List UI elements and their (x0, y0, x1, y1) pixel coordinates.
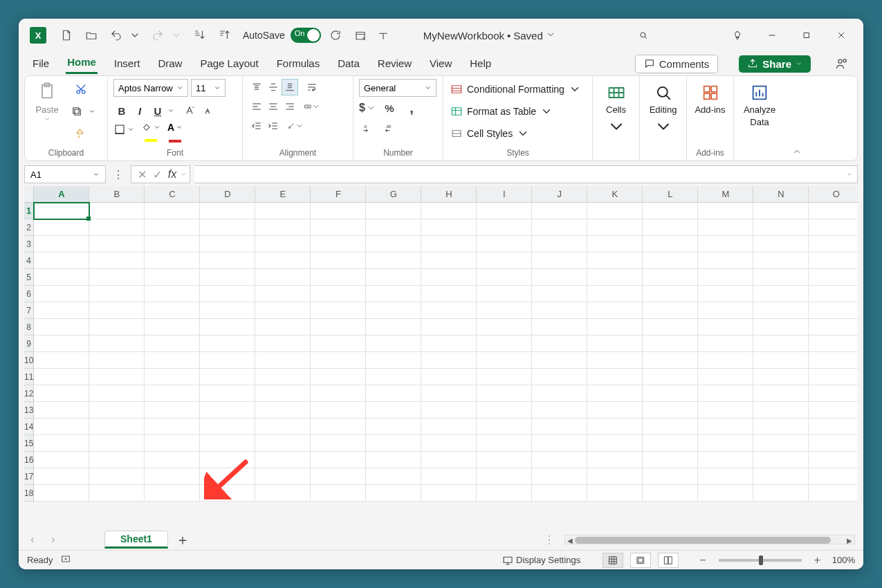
cell[interactable] (311, 286, 366, 302)
orientation-icon[interactable] (287, 118, 304, 134)
cell[interactable] (200, 468, 255, 485)
cell[interactable] (34, 419, 89, 435)
column-header[interactable]: O (809, 186, 858, 203)
column-header[interactable]: F (311, 186, 366, 203)
cell[interactable] (643, 402, 698, 419)
cell[interactable] (34, 369, 89, 385)
cell[interactable] (366, 319, 421, 336)
page-break-view-icon[interactable] (658, 553, 679, 568)
tab-formulas[interactable]: Formulas (275, 55, 322, 73)
cell[interactable] (532, 319, 587, 336)
cell[interactable] (477, 468, 532, 485)
cell[interactable] (145, 435, 200, 452)
cell[interactable] (366, 203, 421, 219)
cell[interactable] (587, 419, 643, 435)
font-color-button[interactable]: A (167, 122, 183, 137)
cell[interactable] (366, 236, 421, 252)
cell[interactable] (200, 402, 255, 419)
chevron-down-icon[interactable] (546, 30, 555, 42)
cell[interactable] (643, 452, 698, 468)
cell[interactable] (643, 485, 698, 502)
cell[interactable] (698, 468, 753, 485)
percent-format-icon[interactable]: % (381, 100, 398, 116)
zoom-in-icon[interactable]: + (814, 554, 820, 567)
share-people-icon[interactable] (833, 55, 851, 73)
cell[interactable] (89, 252, 145, 269)
cell[interactable] (255, 252, 311, 269)
sort-desc-icon[interactable] (214, 25, 235, 46)
cell[interactable] (421, 219, 477, 236)
column-header[interactable]: A (34, 186, 89, 203)
cell[interactable] (366, 219, 421, 236)
cell[interactable] (34, 269, 89, 286)
autosave-toggle[interactable]: AutoSave On (243, 28, 321, 43)
cell[interactable] (809, 352, 858, 369)
cell[interactable] (255, 286, 311, 302)
cell[interactable] (587, 385, 643, 402)
cell[interactable] (421, 319, 477, 336)
normal-view-icon[interactable] (603, 553, 623, 568)
cell[interactable] (753, 352, 809, 369)
cell[interactable] (809, 319, 858, 336)
row-header[interactable]: 3 (24, 236, 34, 252)
cell[interactable] (809, 219, 858, 236)
cell-styles-button[interactable]: Cell Styles (449, 123, 531, 144)
editing-button[interactable]: Editing (645, 79, 681, 136)
cell[interactable] (421, 468, 477, 485)
column-header[interactable]: C (145, 186, 200, 203)
cell[interactable] (255, 219, 311, 236)
cell[interactable] (311, 468, 366, 485)
cell[interactable] (89, 369, 145, 385)
cut-icon[interactable] (71, 79, 91, 100)
cell[interactable] (311, 269, 366, 286)
font-name-dropdown[interactable]: Aptos Narrow (113, 79, 188, 97)
open-file-icon[interactable] (81, 25, 102, 46)
cell[interactable] (311, 319, 366, 336)
cell[interactable] (532, 302, 587, 319)
cell[interactable] (145, 252, 200, 269)
align-right-icon[interactable] (282, 98, 298, 115)
cell[interactable] (34, 336, 89, 352)
cell[interactable] (477, 252, 532, 269)
cell[interactable] (753, 369, 809, 385)
cell[interactable] (643, 302, 698, 319)
cell[interactable] (809, 369, 858, 385)
chevron-down-icon[interactable] (180, 171, 187, 178)
cell[interactable] (34, 352, 89, 369)
cell[interactable] (477, 336, 532, 352)
cell[interactable] (421, 302, 477, 319)
cell[interactable] (532, 468, 587, 485)
cell[interactable] (753, 302, 809, 319)
comments-button[interactable]: Comments (635, 55, 719, 73)
cell[interactable] (809, 269, 858, 286)
column-header[interactable]: I (477, 186, 532, 203)
cell[interactable] (366, 435, 421, 452)
accept-formula-icon[interactable]: ✓ (149, 166, 165, 183)
cell[interactable] (366, 252, 421, 269)
name-box[interactable]: A1 (24, 165, 106, 183)
cell[interactable] (421, 419, 477, 435)
cell[interactable] (477, 385, 532, 402)
cell[interactable] (532, 203, 587, 219)
cell[interactable] (89, 352, 145, 369)
cell[interactable] (311, 452, 366, 468)
increase-indent-icon[interactable] (265, 118, 282, 134)
cell[interactable] (89, 286, 145, 302)
redo-dropdown-icon[interactable] (168, 27, 185, 44)
column-header[interactable]: G (366, 186, 421, 203)
cell[interactable] (145, 302, 200, 319)
cell[interactable] (366, 452, 421, 468)
row-header[interactable]: 10 (24, 352, 34, 369)
cell[interactable] (809, 336, 858, 352)
cell[interactable] (421, 252, 477, 269)
cell[interactable] (89, 468, 145, 485)
cell[interactable] (698, 219, 753, 236)
copy-icon[interactable] (66, 101, 87, 122)
cell[interactable] (421, 485, 477, 502)
cell[interactable] (477, 319, 532, 336)
cell[interactable] (698, 385, 753, 402)
cell[interactable] (477, 419, 532, 435)
cell[interactable] (587, 319, 643, 336)
cell[interactable] (255, 419, 311, 435)
sheet-nav-prev-icon[interactable]: ‹ (24, 531, 41, 548)
